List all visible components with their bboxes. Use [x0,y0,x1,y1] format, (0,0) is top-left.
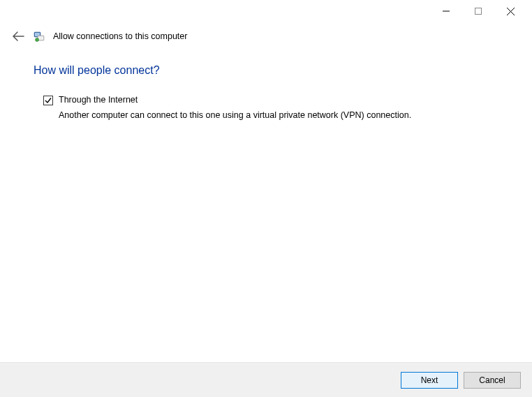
maximize-button[interactable] [462,1,494,22]
svg-rect-1 [475,8,482,15]
checkmark-icon [44,96,52,105]
network-wizard-icon [32,29,46,43]
titlebar [0,0,532,22]
minimize-icon [443,8,450,15]
minimize-button[interactable] [430,1,462,22]
through-internet-description: Another computer can connect to this one… [59,110,422,122]
page-heading: How will people connect? [34,64,498,77]
svg-rect-7 [38,36,43,40]
back-arrow-icon [12,31,24,42]
cancel-button[interactable]: Cancel [464,372,521,389]
svg-point-8 [36,38,39,42]
close-icon [507,8,515,15]
wizard-header: Allow connections to this computer [0,22,532,50]
next-button[interactable]: Next [401,372,458,389]
wizard-footer: Next Cancel [0,362,532,397]
through-internet-label: Through the Internet [59,95,138,105]
option-through-internet[interactable]: Through the Internet [43,95,498,105]
wizard-title: Allow connections to this computer [53,31,187,41]
maximize-icon [475,8,482,15]
close-button[interactable] [494,1,526,22]
back-button[interactable] [11,29,25,43]
through-internet-checkbox[interactable] [43,96,53,105]
wizard-content: How will people connect? Through the Int… [0,50,532,122]
